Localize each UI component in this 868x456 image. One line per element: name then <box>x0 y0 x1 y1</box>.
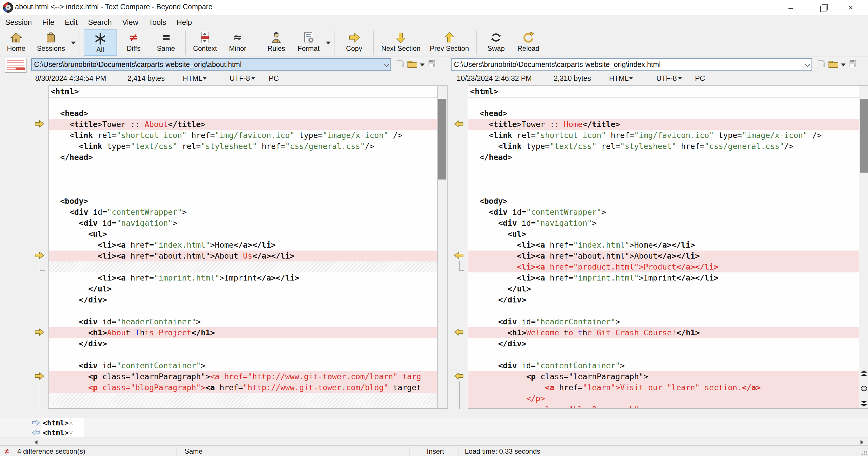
toolbar-button-swap[interactable]: Swap <box>480 29 512 57</box>
left-browse-dropdown-icon[interactable] <box>420 63 425 66</box>
toolbar-button-diffs[interactable]: ≠Diffs <box>117 29 150 57</box>
left-path-input[interactable] <box>32 59 391 70</box>
left-format-dropdown-icon[interactable] <box>203 77 207 80</box>
left-vscroll-thumb[interactable] <box>438 99 446 179</box>
toolbar-button-copy[interactable]: Copy <box>338 29 370 57</box>
left-path-combobox[interactable] <box>31 58 391 71</box>
code-line: <title>Tower :: About</title> <box>49 119 437 130</box>
right-pane[interactable]: <html> <head> <title>Tower :: Home</titl… <box>468 85 868 409</box>
code-line: </head> <box>468 152 859 163</box>
scroll-left-icon[interactable] <box>35 440 37 445</box>
toolbar-button-prev-section[interactable]: Prev Section <box>425 29 473 57</box>
left-pane[interactable]: <html> <head> <title>Tower :: About</tit… <box>49 85 447 409</box>
status-separator <box>177 447 177 455</box>
toolbar-button-next-section[interactable]: Next Section <box>377 29 425 57</box>
alignment-gap-row <box>49 404 437 408</box>
eol-marker: ¤ <box>69 428 73 437</box>
current-diff-scroll-icon[interactable] <box>861 384 867 391</box>
menu-item-tools[interactable]: Tools <box>144 16 172 28</box>
right-browse-folder-icon[interactable] <box>828 59 839 70</box>
context-icon <box>199 31 211 44</box>
diff-section-arrow-icon[interactable] <box>32 250 49 261</box>
prev-diff-scroll-icon[interactable] <box>861 369 867 376</box>
left-browse-folder-icon[interactable] <box>407 59 417 70</box>
left-jump-icon[interactable] <box>396 59 405 70</box>
right-jump-icon[interactable] <box>817 59 826 70</box>
close-button[interactable]: × <box>838 0 863 15</box>
code-line <box>468 349 859 360</box>
toolbar-button-all[interactable]: All <box>83 29 117 56</box>
gutter-cell <box>32 349 49 360</box>
scroll-right-icon[interactable] <box>861 440 863 445</box>
left-format-select[interactable]: HTML <box>183 75 203 83</box>
minimize-button[interactable]: – <box>778 0 803 15</box>
toolbar-button-home[interactable]: Home <box>0 29 32 57</box>
left-encoding-select[interactable]: UTF-8 <box>229 75 250 83</box>
menu-item-session[interactable]: Session <box>0 16 37 28</box>
menu-item-file[interactable]: File <box>37 16 60 28</box>
copy-right-arrow-icon <box>348 31 361 44</box>
left-code-editor[interactable]: <html> <head> <title>Tower :: About</tit… <box>49 86 437 408</box>
toolbar-button-context[interactable]: Context <box>188 29 221 57</box>
diff-section-arrow-icon[interactable] <box>32 327 49 338</box>
right-format-dropdown-icon[interactable] <box>629 77 633 80</box>
right-path-combobox[interactable] <box>451 58 812 71</box>
gutter-cell <box>32 107 49 118</box>
toolbar-dropdown-sessions[interactable] <box>69 29 76 57</box>
toolbar-button-format[interactable]: Format <box>292 29 325 57</box>
right-file-date: 10/23/2024 2:46:32 PM <box>457 75 532 83</box>
right-file-size: 2,310 bytes <box>554 75 591 83</box>
next-diff-scroll-icon[interactable] <box>861 399 867 406</box>
right-browse-dropdown-icon[interactable] <box>841 63 845 66</box>
reload-icon <box>522 31 535 44</box>
code-line: <li><a href="index.html">Home</a></li> <box>468 239 859 251</box>
menu-item-view[interactable]: View <box>117 16 144 28</box>
rules-person-icon <box>270 31 283 44</box>
restore-button[interactable] <box>810 0 836 15</box>
beyond-compare-window: about.html <--> index.html - Text Compar… <box>0 0 868 456</box>
gutter-cell <box>32 305 49 316</box>
code-line <box>468 185 859 196</box>
bottom-horizontal-scrollbar[interactable] <box>0 437 868 446</box>
menu-item-search[interactable]: Search <box>83 16 117 28</box>
left-encoding-dropdown-icon[interactable] <box>251 77 255 80</box>
diff-section-arrow-icon[interactable] <box>32 118 49 129</box>
resize-grip[interactable] <box>861 450 867 455</box>
diff-section-arrow-icon[interactable] <box>451 371 468 381</box>
toolbar-button-sessions[interactable]: Sessions <box>32 29 69 57</box>
diff-section-arrow-icon[interactable] <box>32 371 49 381</box>
gutter-cell <box>32 85 49 96</box>
gutter-cell <box>32 338 49 349</box>
right-encoding-dropdown-icon[interactable] <box>678 77 682 80</box>
diff-section-arrow-icon[interactable] <box>451 250 468 261</box>
left-vertical-scrollbar[interactable] <box>437 86 447 408</box>
toolbar-dropdown-format[interactable] <box>325 29 332 57</box>
toolbar-button-minor[interactable]: ≈Minor <box>221 29 254 57</box>
right-vscroll-thumb[interactable] <box>860 99 868 173</box>
right-path-input[interactable] <box>452 59 811 70</box>
diff-section-arrow-icon[interactable] <box>451 327 468 338</box>
left-direction-arrow-icon <box>32 429 40 436</box>
diff-thumbnail-icon[interactable] <box>5 58 27 73</box>
left-file-date: 8/30/2024 4:34:54 PM <box>35 75 106 83</box>
code-line: <a href="learn">Visit our "learn" sectio… <box>468 382 859 393</box>
toolbar-button-rules[interactable]: Rules <box>260 29 292 57</box>
chevron-down-icon <box>71 41 75 44</box>
right-code-editor[interactable]: <html> <head> <title>Tower :: Home</titl… <box>468 86 859 408</box>
left-save-icon[interactable] <box>427 59 436 70</box>
toolbar-button-reload[interactable]: Reload <box>512 29 545 57</box>
code-line: <div id="contentWrapper"> <box>49 207 437 218</box>
code-line: <div id="contentWrapper"> <box>468 207 859 218</box>
left-line-ending: PC <box>269 75 279 83</box>
right-save-icon[interactable] <box>848 59 857 70</box>
diff-section-arrow-icon[interactable] <box>451 118 468 129</box>
code-line: </div> <box>49 294 437 305</box>
menu-item-help[interactable]: Help <box>171 16 197 28</box>
right-vertical-scrollbar[interactable] <box>859 86 868 408</box>
right-format-select[interactable]: HTML <box>609 75 629 83</box>
menu-item-edit[interactable]: Edit <box>59 16 83 28</box>
gutter-cell <box>451 316 468 327</box>
right-encoding-select[interactable]: UTF-8 <box>656 75 677 83</box>
toolbar-separator <box>79 31 80 55</box>
toolbar-button-same[interactable]: Same <box>150 29 182 57</box>
